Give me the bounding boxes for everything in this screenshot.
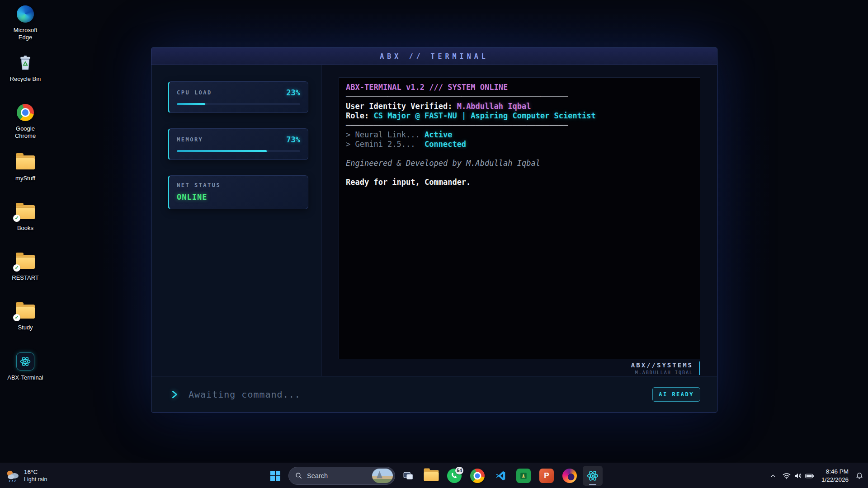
edge-icon	[17, 5, 34, 23]
wifi-icon	[782, 471, 791, 480]
task-view-button[interactable]	[398, 466, 418, 486]
desktop-icon-label: Recycle Bin	[10, 75, 41, 83]
search-daily-image	[372, 469, 393, 483]
memory-progress-fill	[177, 150, 267, 152]
taskbar: 16°C Light rain Search 54	[0, 463, 868, 488]
chrome-button[interactable]	[467, 466, 487, 486]
powerpoint-button[interactable]: P	[537, 466, 557, 486]
taskbar-clock[interactable]: 8:46 PM 1/22/2026	[817, 468, 853, 484]
terminal-credit-line: Engineered & Developed by M.Abdullah Iqb…	[346, 159, 693, 168]
chrome-icon	[470, 469, 485, 483]
notification-center-button[interactable]	[853, 467, 866, 485]
role-value: CS Major @ FAST-NU | Aspiring Computer S…	[373, 111, 595, 120]
desktop-icon-label: Study	[18, 324, 33, 331]
window-title-bar[interactable]: ABX // TERMINAL	[151, 48, 717, 65]
weather-text: 16°C Light rain	[24, 469, 47, 483]
desktop-icon-study[interactable]: ✓ Study	[5, 302, 46, 331]
volume-icon	[793, 471, 802, 480]
terminal-main-area: ABX-TERMINAL v1.2 /// SYSTEM ONLINE ────…	[321, 65, 717, 376]
vscode-button[interactable]	[491, 466, 510, 486]
folder-icon: ✓	[16, 202, 35, 221]
task-view-icon	[402, 470, 414, 482]
watermark: ABX//SYSTEMS M.ABDULLAH IQBAL	[631, 361, 700, 375]
memory-value: 73%	[286, 135, 300, 144]
command-input[interactable]: Awaiting command...	[189, 389, 645, 400]
prompt-chevron-icon	[168, 388, 181, 401]
status-value: Connected	[425, 140, 466, 149]
abx-terminal-taskbar-button[interactable]	[583, 466, 603, 486]
folder-icon	[16, 153, 35, 172]
memory-card: MEMORY 73%	[168, 128, 308, 160]
firefox-button[interactable]	[560, 466, 580, 486]
terminal-output: ABX-TERMINAL v1.2 /// SYSTEM ONLINE ────…	[339, 77, 700, 359]
chrome-icon	[17, 103, 34, 122]
chevron-up-icon	[769, 472, 777, 480]
desktop-icon-recycle-bin[interactable]: Recycle Bin	[5, 53, 46, 83]
start-button[interactable]	[265, 466, 285, 486]
watermark-title: ABX//SYSTEMS	[631, 361, 693, 369]
net-status-label: NET STATUS	[177, 182, 300, 188]
onedrive-synced-icon: ✓	[13, 314, 20, 321]
recycle-bin-icon	[19, 53, 32, 72]
battery-icon	[805, 471, 815, 481]
desktop-icon-restart[interactable]: ✓ RESTART	[5, 252, 46, 282]
powerpoint-icon: P	[539, 469, 554, 483]
watermark-subtitle: M.ABDULLAH IQBAL	[631, 370, 693, 375]
vscode-icon	[494, 469, 507, 482]
desktop-icon-label: Books	[17, 225, 33, 232]
classroom-button[interactable]	[514, 466, 533, 486]
search-icon	[295, 472, 302, 479]
window-title: ABX // TERMINAL	[380, 52, 488, 61]
taskbar-center: Search 54	[265, 466, 603, 486]
clock-date: 1/22/2026	[821, 476, 849, 484]
cpu-load-label: CPU LOAD	[177, 89, 212, 96]
file-explorer-button[interactable]	[421, 466, 441, 486]
whatsapp-button[interactable]: 54	[444, 466, 464, 486]
edge-logo	[17, 5, 34, 23]
terminal-identity-line: User Identity Verified: M.Abdullah Iqbal	[346, 102, 693, 111]
weather-widget[interactable]: 16°C Light rain	[2, 465, 52, 487]
terminal-divider: ────────────────────────────────────────…	[346, 92, 693, 102]
memory-label: MEMORY	[177, 136, 203, 143]
onedrive-synced-icon: ✓	[13, 264, 20, 272]
terminal-ready-line: Ready for input, Commander.	[346, 178, 693, 187]
folder-glyph: ✓	[16, 305, 35, 319]
folder-glyph	[16, 155, 35, 169]
terminal-status-line: > Gemini 2.5...Connected	[346, 140, 693, 149]
atom-icon	[16, 352, 34, 371]
desktop-icon-mystuff[interactable]: myStuff	[5, 153, 46, 182]
file-explorer-icon	[424, 470, 439, 481]
terminal-status-line: > Neural Link...Active	[346, 130, 693, 140]
weather-condition: Light rain	[24, 476, 47, 483]
firefox-icon	[562, 469, 577, 483]
identity-label: User Identity Verified:	[346, 102, 452, 111]
desktop-icon-label: ABX-Terminal	[7, 374, 43, 381]
taskbar-search[interactable]: Search	[288, 467, 395, 485]
desktop-icon-label: RESTART	[12, 274, 38, 282]
search-placeholder: Search	[307, 472, 368, 479]
hidden-icons-button[interactable]	[767, 467, 779, 485]
chrome-logo	[17, 104, 34, 121]
folder-icon: ✓	[16, 302, 35, 321]
windows-logo-icon	[270, 471, 280, 481]
network-volume-battery-button[interactable]	[779, 467, 817, 485]
terminal-divider: ────────────────────────────────────────…	[346, 121, 693, 130]
desktop-icon-google-chrome[interactable]: Google Chrome	[5, 103, 46, 139]
memory-progress-track	[177, 150, 300, 152]
terminal-boot-line: ABX-TERMINAL v1.2 /// SYSTEM ONLINE	[346, 83, 693, 92]
desktop-icon-books[interactable]: ✓ Books	[5, 202, 46, 232]
desktop-icon-label: myStuff	[15, 175, 35, 182]
terminal-role-line: Role: CS Major @ FAST-NU | Aspiring Comp…	[346, 111, 693, 121]
status-prefix: > Gemini 2.5...	[346, 140, 425, 149]
abx-terminal-icon	[16, 352, 34, 371]
ai-ready-badge: AI READY	[652, 387, 700, 402]
net-status-value: ONLINE	[177, 192, 300, 202]
desktop-icon-microsoft-edge[interactable]: Microsoft Edge	[5, 5, 46, 41]
system-tray: 8:46 PM 1/22/2026	[767, 463, 866, 488]
desktop-icon-label: Microsoft Edge	[7, 27, 43, 41]
status-prefix: > Neural Link...	[346, 130, 425, 140]
folder-icon: ✓	[16, 252, 35, 271]
desktop-icon-abx-terminal[interactable]: ABX-Terminal	[5, 352, 46, 381]
abx-terminal-icon	[586, 469, 599, 483]
onedrive-synced-icon: ✓	[13, 215, 20, 222]
